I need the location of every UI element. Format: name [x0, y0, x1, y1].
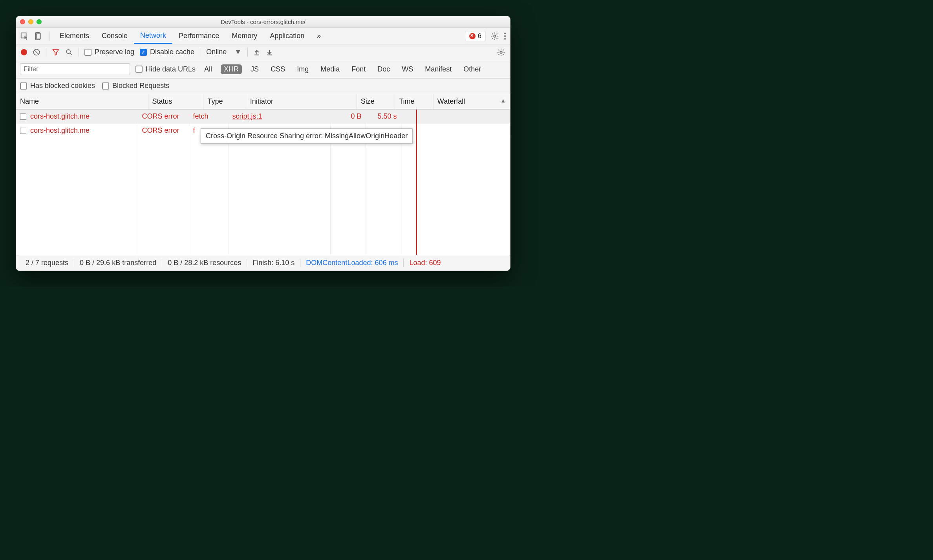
filter-type-manifest[interactable]: Manifest — [422, 64, 455, 74]
error-count-badge[interactable]: 6 — [465, 31, 486, 41]
error-count: 6 — [478, 32, 481, 40]
request-initiator[interactable]: script.js:1 — [232, 112, 262, 120]
status-transferred: 0 B / 29.6 kB transferred — [74, 259, 162, 267]
filter-icon[interactable] — [52, 48, 60, 56]
table-row[interactable]: cors-host.glitch.me CORS error fetch scr… — [16, 110, 510, 124]
tab-elements[interactable]: Elements — [53, 28, 95, 44]
status-requests: 2 / 7 requests — [20, 259, 74, 267]
svg-point-4 — [504, 33, 506, 34]
svg-point-9 — [66, 49, 70, 53]
request-time: 5.50 s — [366, 110, 401, 124]
col-name[interactable]: Name — [16, 94, 148, 109]
filter-type-media[interactable]: Media — [317, 64, 343, 74]
preserve-log-label: Preserve log — [95, 48, 134, 56]
filter-type-font[interactable]: Font — [348, 64, 369, 74]
chevron-down-icon: ▼ — [234, 48, 241, 56]
waterfall-cell — [405, 112, 506, 121]
filter-type-img[interactable]: Img — [294, 64, 312, 74]
clear-icon[interactable] — [33, 48, 40, 56]
waterfall-cell — [401, 124, 510, 138]
filter-type-js[interactable]: JS — [247, 64, 262, 74]
col-type[interactable]: Type — [203, 94, 246, 109]
filter-type-xhr[interactable]: XHR — [221, 64, 242, 74]
window-title: DevTools - cors-errors.glitch.me/ — [16, 18, 510, 25]
error-icon — [469, 33, 476, 39]
devtools-window: DevTools - cors-errors.glitch.me/ Elemen… — [16, 16, 510, 271]
svg-point-5 — [504, 35, 506, 37]
filter-type-other[interactable]: Other — [460, 64, 484, 74]
svg-rect-2 — [37, 33, 40, 39]
filter-input[interactable] — [20, 63, 130, 75]
has-blocked-cookies-checkbox[interactable]: Has blocked cookies — [20, 82, 95, 90]
panel-tabs: Elements Console Network Performance Mem… — [16, 28, 510, 44]
tab-network[interactable]: Network — [134, 28, 172, 44]
filter-bar: Hide data URLs All XHR JS CSS Img Media … — [16, 60, 510, 79]
requests-table: Name Status Type Initiator Size Time Wat… — [16, 94, 510, 255]
disable-cache-checkbox[interactable]: Disable cache — [140, 48, 194, 56]
waterfall-marker — [416, 110, 417, 255]
request-name: cors-host.glitch.me — [30, 126, 90, 135]
titlebar: DevTools - cors-errors.glitch.me/ — [16, 16, 510, 28]
device-toggle-icon[interactable] — [34, 32, 43, 40]
svg-line-10 — [70, 53, 72, 55]
col-size[interactable]: Size — [357, 94, 395, 109]
table-body: cors-host.glitch.me CORS error fetch scr… — [16, 110, 510, 255]
tab-console[interactable]: Console — [95, 28, 134, 44]
tab-application[interactable]: Application — [263, 28, 311, 44]
filter-type-css[interactable]: CSS — [267, 64, 288, 74]
filter-bar-row2: Has blocked cookies Blocked Requests — [16, 79, 510, 94]
sort-asc-icon: ▲ — [500, 97, 506, 104]
status-load: Load: 609 — [404, 259, 446, 267]
request-status: CORS error — [138, 124, 189, 138]
request-size: 0 B — [330, 110, 366, 124]
col-status[interactable]: Status — [148, 94, 203, 109]
cors-error-tooltip: Cross-Origin Resource Sharing error: Mis… — [201, 128, 413, 144]
filter-type-ws[interactable]: WS — [399, 64, 416, 74]
request-name: cors-host.glitch.me — [30, 112, 90, 121]
tab-memory[interactable]: Memory — [225, 28, 263, 44]
preserve-log-checkbox[interactable]: Preserve log — [84, 48, 134, 56]
svg-point-3 — [494, 35, 496, 37]
col-time[interactable]: Time — [395, 94, 434, 109]
disable-cache-label: Disable cache — [150, 48, 194, 56]
svg-line-8 — [35, 50, 38, 54]
more-tabs-button[interactable]: » — [311, 28, 327, 44]
svg-point-6 — [504, 38, 506, 40]
hide-data-urls-checkbox[interactable]: Hide data URLs — [135, 65, 196, 73]
status-bar: 2 / 7 requests 0 B / 29.6 kB transferred… — [16, 255, 510, 271]
svg-point-13 — [500, 51, 502, 53]
status-finish: Finish: 6.10 s — [247, 259, 300, 267]
request-type: fetch — [189, 110, 228, 124]
table-header-row: Name Status Type Initiator Size Time Wat… — [16, 94, 510, 109]
search-icon[interactable] — [65, 48, 73, 56]
status-resources: 0 B / 28.2 kB resources — [162, 259, 247, 267]
inspect-icon[interactable] — [20, 32, 29, 40]
col-waterfall[interactable]: Waterfall▲ — [433, 94, 510, 109]
download-icon[interactable] — [266, 49, 273, 56]
panel-gear-icon[interactable] — [497, 48, 505, 57]
throttle-value: Online — [206, 48, 227, 56]
col-initiator[interactable]: Initiator — [246, 94, 357, 109]
blocked-requests-checkbox[interactable]: Blocked Requests — [102, 82, 169, 90]
gear-icon[interactable] — [490, 32, 499, 40]
record-button[interactable] — [21, 49, 27, 55]
upload-icon[interactable] — [253, 49, 260, 56]
file-icon — [20, 113, 26, 120]
request-status: CORS error — [138, 110, 189, 124]
network-toolbar: Preserve log Disable cache Online ▼ — [16, 44, 510, 60]
file-icon — [20, 128, 26, 134]
filter-type-doc[interactable]: Doc — [374, 64, 393, 74]
status-dcl: DOMContentLoaded: 606 ms — [300, 259, 404, 267]
filter-type-all[interactable]: All — [201, 64, 215, 74]
throttle-select[interactable]: Online ▼ — [206, 48, 242, 57]
tab-performance[interactable]: Performance — [172, 28, 225, 44]
kebab-menu-icon[interactable] — [504, 32, 506, 40]
